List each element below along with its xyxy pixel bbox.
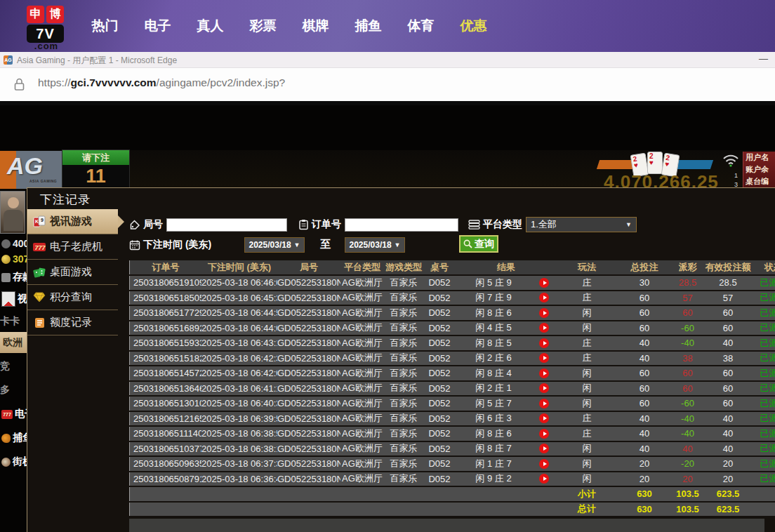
url-domain: gci.7vvvvvv.com (71, 77, 157, 88)
page-strip-item-4[interactable]: 卡卡 (0, 315, 27, 328)
cell-round: GD052253180NI (277, 458, 340, 469)
cell-game: 百家乐 (384, 458, 423, 470)
header-11: 状态 (753, 261, 775, 274)
cell-table: D052 (423, 307, 456, 318)
replay-button[interactable] (539, 293, 549, 302)
search-button[interactable]: 查询 (459, 235, 498, 253)
table-row: 2503180651910992025-03-18 06:46:06GD0522… (129, 276, 775, 290)
replay-button[interactable] (539, 308, 549, 318)
cell-payout: 60 (672, 368, 703, 378)
replay-button[interactable] (539, 444, 549, 453)
user-info-panel: 用户名 账户余 桌台编 (743, 152, 775, 188)
cell-game: 百家乐 (384, 442, 423, 455)
nav-item-1[interactable]: 电子 (131, 17, 184, 35)
page-strip-item-10[interactable]: 街机 (0, 453, 27, 471)
replay-button[interactable] (539, 383, 549, 393)
cell-round: GD052253180NS (277, 307, 340, 318)
slot-icon: 777 (1, 410, 13, 419)
search-button-label: 查询 (475, 238, 494, 251)
table-summary-row: 小计630103.5623.5 (129, 487, 775, 501)
page-strip-item-0[interactable]: 4003 (0, 237, 27, 251)
avatar[interactable] (0, 191, 25, 234)
replay-button[interactable] (539, 474, 549, 484)
table-row: 2503180651216522025-03-18 06:39:51GD0522… (129, 412, 775, 426)
logo-com: .com (27, 43, 66, 50)
browser-titlebar[interactable]: AG Asia Gaming - 用户配置 1 - Microsoft Edge… (0, 52, 775, 68)
cell-time: 2025-03-18 06:44:09 (201, 323, 277, 333)
sidebar-item-3[interactable]: 积分查询 (27, 285, 118, 310)
cell-game: 百家乐 (384, 427, 423, 440)
sidebar-item-2[interactable]: 桌面游戏 (27, 260, 118, 285)
window-title: Asia Gaming - 用户配置 1 - Microsoft Edge (17, 55, 177, 67)
table-row: 2503180651850502025-03-18 06:45:34GD0522… (129, 291, 775, 305)
url-text[interactable]: https://gci.7vvvvvv.com/agingame/pcv2/in… (38, 77, 285, 89)
replay-button[interactable] (539, 323, 549, 333)
cell-time: 2025-03-18 06:45:34 (201, 293, 277, 303)
cell-replay (531, 368, 557, 378)
replay-button[interactable] (539, 429, 549, 439)
cell-status: 已派彩 (753, 352, 775, 364)
page-strip-item-5[interactable]: 欧洲 (0, 332, 27, 353)
replay-button[interactable] (539, 368, 549, 378)
address-bar[interactable]: https://gci.7vvvvvv.com/agingame/pcv2/in… (0, 68, 775, 101)
cell-table: D052 (423, 474, 456, 484)
cell-platform: AG欧洲厅 (340, 321, 384, 334)
order-filter-label: 订单号 (312, 218, 341, 231)
replay-button[interactable] (539, 459, 549, 469)
replay-button[interactable] (539, 413, 549, 423)
table-row: 2503180651772922025-03-18 06:44:53GD0522… (129, 306, 775, 320)
nav-item-0[interactable]: 热门 (79, 17, 131, 35)
cell-bet: 庄 (557, 291, 617, 304)
logo-square-1: 申 (27, 6, 44, 23)
cell-bet: 闲 (557, 397, 617, 410)
cell-bet: 庄 (557, 337, 617, 350)
page-strip-item-1[interactable]: 307. (0, 252, 27, 266)
nav-item-7[interactable]: 优惠 (447, 17, 500, 35)
page-strip-item-9[interactable]: 捕鱼 (0, 429, 27, 447)
cell-bet: 闲 (557, 442, 617, 455)
site-logo[interactable]: 申 博 7V .com (27, 6, 66, 52)
page-strip-item-8[interactable]: 777电子 (0, 406, 27, 422)
minimize-button[interactable]: — (759, 53, 768, 64)
nav-item-3[interactable]: 彩票 (237, 17, 289, 35)
page-strip-item-7[interactable]: 多 (0, 384, 27, 397)
replay-button[interactable] (539, 399, 549, 408)
cell-valid: 60 (703, 368, 753, 378)
cell-table: D052 (423, 413, 456, 424)
header-9: 派彩 (672, 261, 703, 274)
cell-payout: 40 (672, 444, 703, 454)
cell-table: D052 (423, 277, 456, 288)
order-input[interactable] (345, 218, 458, 232)
cell-result: 闲 5 庄 7 (456, 397, 531, 410)
sidebar-item-1[interactable]: 777电子老虎机 (27, 234, 118, 260)
fish-icon (1, 434, 11, 443)
page-strip-item-6[interactable]: 竞 (0, 360, 27, 373)
date-from-select[interactable]: 2025/03/18▼ (244, 237, 305, 253)
cell-game: 百家乐 (384, 337, 423, 350)
sidebar-item-0[interactable]: K9视讯游戏 (27, 209, 118, 234)
platform-select-value: 1.全部 (531, 218, 557, 231)
date-to-select[interactable]: 2025/03/18▼ (345, 237, 405, 253)
cell-payout: -40 (672, 428, 703, 439)
table-row: 2503180651114032025-03-18 06:38:57GD0522… (129, 427, 775, 441)
page-strip-item-3[interactable]: 视讯 (0, 288, 27, 310)
sidebar-item-label: 电子老虎机 (50, 240, 102, 253)
cell-status: 已派彩 (753, 277, 775, 289)
cell-order: 250318065136469 (130, 383, 201, 394)
cell-game: 百家乐 (384, 352, 423, 364)
chevron-down-icon: ▼ (625, 221, 632, 228)
platform-select[interactable]: 1.全部 ▼ (526, 217, 637, 232)
nav-item-5[interactable]: 捕鱼 (342, 17, 395, 35)
round-input[interactable] (166, 218, 287, 232)
nav-item-4[interactable]: 棋牌 (289, 17, 342, 35)
sidebar-item-4[interactable]: 额度记录 (27, 310, 118, 335)
replay-button[interactable] (539, 278, 549, 288)
replay-button[interactable] (539, 338, 549, 348)
nav-item-6[interactable]: 体育 (395, 17, 447, 35)
bet-records-modal: 下注记录 K9视讯游戏777电子老虎机桌面游戏积分查询额度记录 局号 订单号 平… (27, 187, 775, 532)
page-strip-item-2[interactable]: 存款 (0, 270, 27, 284)
replay-button[interactable] (539, 353, 549, 363)
cell-time: 2025-03-18 06:37:33 (201, 458, 277, 469)
cell-valid: 20 (703, 458, 753, 469)
nav-item-2[interactable]: 真人 (184, 17, 237, 35)
